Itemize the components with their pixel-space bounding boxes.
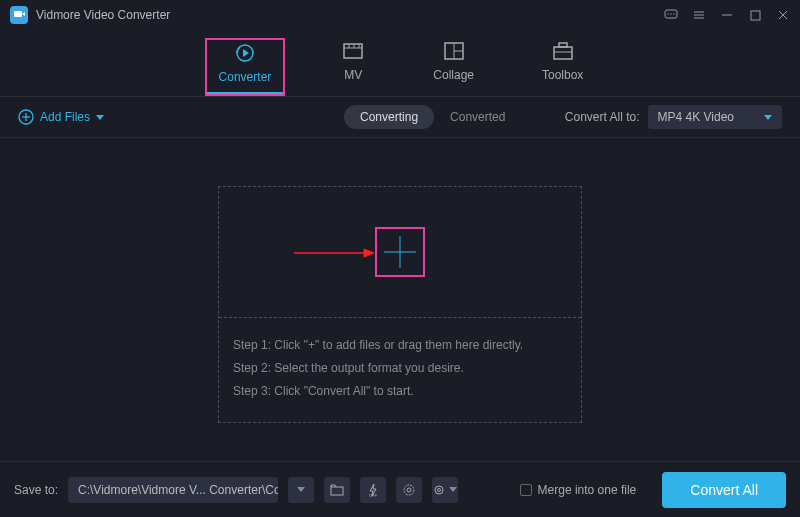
checkbox-icon [520,484,532,496]
tab-collage[interactable]: Collage [421,38,486,96]
step-2: Step 2: Select the output format you des… [233,357,567,380]
collage-icon [443,40,465,62]
save-path-field[interactable]: C:\Vidmore\Vidmore V... Converter\Conver… [68,477,278,503]
svg-rect-21 [554,47,572,59]
hardware-accel-button[interactable]: OFF [360,477,386,503]
tab-label: MV [344,68,362,82]
mv-icon [341,40,365,62]
svg-marker-28 [364,249,374,257]
annotation-arrow [294,247,374,262]
gear-icon [433,483,447,497]
settings-button[interactable] [432,477,458,503]
svg-point-2 [667,13,668,14]
svg-point-34 [407,488,411,492]
merge-label: Merge into one file [538,483,637,497]
svg-text:OFF: OFF [369,493,378,497]
svg-point-4 [673,13,674,14]
tab-label: Converter [219,70,272,84]
save-to-label: Save to: [14,483,58,497]
step-1: Step 1: Click "+" to add files or drag t… [233,334,567,357]
svg-rect-9 [751,11,760,20]
merge-checkbox[interactable]: Merge into one file [520,483,637,497]
speed-icon [402,483,416,497]
menu-icon[interactable] [692,8,706,22]
app-logo [10,6,28,24]
step-3: Step 3: Click "Convert All" to start. [233,380,567,403]
tab-label: Toolbox [542,68,583,82]
high-speed-button[interactable] [396,477,422,503]
output-format-dropdown[interactable]: MP4 4K Video [648,105,783,129]
minimize-button[interactable] [720,8,734,22]
close-button[interactable] [776,8,790,22]
svg-point-33 [404,485,414,495]
save-path-dropdown-button[interactable] [288,477,314,503]
tab-mv[interactable]: MV [329,38,377,96]
folder-icon [330,484,344,496]
plus-circle-icon [18,109,34,125]
converter-icon [234,42,256,64]
tab-converting[interactable]: Converting [344,105,434,129]
open-folder-button[interactable] [324,477,350,503]
svg-point-36 [438,488,441,491]
chevron-down-icon [764,115,772,120]
maximize-button[interactable] [748,8,762,22]
feedback-icon[interactable] [664,8,678,22]
chevron-down-icon [96,115,104,120]
add-files-label: Add Files [40,110,90,124]
add-files-button[interactable]: Add Files [18,109,104,125]
toolbox-icon [552,40,574,62]
tab-label: Collage [433,68,474,82]
svg-point-35 [435,486,443,494]
lightning-icon: OFF [366,483,380,497]
chevron-down-icon [297,487,305,492]
dropzone[interactable]: Step 1: Click "+" to add files or drag t… [218,186,582,423]
app-title: Vidmore Video Converter [36,8,664,22]
convert-all-to-label: Convert All to: [565,110,640,124]
tab-converter[interactable]: Converter [205,38,286,96]
format-value: MP4 4K Video [658,110,735,124]
svg-rect-22 [559,43,567,47]
chevron-down-icon [449,487,457,492]
convert-all-button[interactable]: Convert All [662,472,786,508]
svg-rect-0 [14,11,22,17]
tab-toolbox[interactable]: Toolbox [530,38,595,96]
svg-point-3 [670,13,671,14]
tab-converted[interactable]: Converted [434,105,521,129]
instructions: Step 1: Click "+" to add files or drag t… [219,317,581,422]
plus-icon [380,232,420,272]
svg-rect-31 [331,487,343,495]
add-files-plus-button[interactable] [375,227,425,277]
